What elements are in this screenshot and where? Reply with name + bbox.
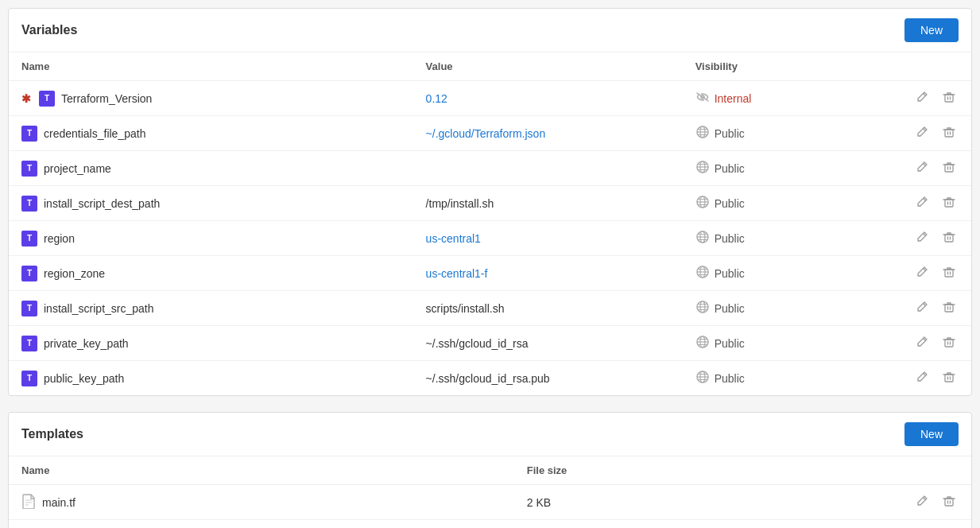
delete-button[interactable] bbox=[939, 194, 959, 212]
variable-visibility-cell: Public bbox=[683, 116, 875, 151]
variable-name: public_key_path bbox=[44, 372, 124, 385]
templates-table-header-row: Name File size bbox=[9, 456, 971, 485]
edit-button[interactable] bbox=[912, 334, 932, 352]
variable-name: region_zone bbox=[44, 267, 105, 280]
variable-name-cell: Tinstall_script_dest_path bbox=[9, 186, 413, 221]
variable-visibility-cell: Public bbox=[683, 186, 875, 221]
terraform-icon: T bbox=[21, 231, 37, 247]
variable-name-cell: Tregion_zone bbox=[9, 256, 413, 291]
delete-button[interactable] bbox=[939, 264, 959, 282]
svg-rect-25 bbox=[945, 200, 953, 207]
edit-button[interactable] bbox=[912, 299, 932, 317]
delete-button[interactable] bbox=[939, 124, 959, 142]
edit-button[interactable] bbox=[912, 264, 932, 282]
edit-button[interactable] bbox=[912, 89, 932, 107]
variable-value-cell: 0.12 bbox=[413, 81, 683, 116]
edit-button[interactable] bbox=[912, 194, 932, 212]
svg-rect-49 bbox=[945, 305, 953, 312]
delete-button[interactable] bbox=[939, 334, 959, 352]
variable-value-cell: ~/.ssh/gcloud_id_rsa bbox=[413, 326, 683, 361]
svg-rect-57 bbox=[945, 340, 953, 347]
variables-header: Variables New bbox=[9, 9, 971, 52]
variable-actions-cell bbox=[875, 186, 971, 221]
visibility-label: Public bbox=[715, 337, 745, 350]
table-row: ✱TTerraform_Version0.12Internal bbox=[9, 81, 971, 116]
edit-button[interactable] bbox=[912, 493, 932, 511]
table-row: main.tf2 KB bbox=[9, 485, 971, 520]
visibility-label: Public bbox=[715, 162, 745, 175]
terraform-icon: T bbox=[21, 301, 37, 316]
variable-actions-cell bbox=[875, 291, 971, 326]
variables-title: Variables bbox=[21, 23, 77, 37]
table-row: Tinstall_script_dest_path/tmp/install.sh… bbox=[9, 186, 971, 221]
variables-col-value: Value bbox=[413, 52, 683, 81]
variable-actions-cell bbox=[875, 326, 971, 361]
variable-name: Terraform_Version bbox=[61, 92, 152, 105]
template-actions-cell bbox=[851, 485, 971, 520]
variable-name-cell: Tpublic_key_path bbox=[9, 361, 413, 396]
terraform-icon: T bbox=[21, 371, 37, 386]
globe-icon bbox=[695, 300, 710, 316]
edit-button[interactable] bbox=[912, 124, 932, 142]
variables-col-visibility: Visibility bbox=[683, 52, 875, 81]
svg-rect-71 bbox=[945, 499, 953, 506]
variable-name-cell: Tregion bbox=[9, 221, 413, 256]
edit-button[interactable] bbox=[912, 159, 932, 177]
terraform-icon: T bbox=[21, 266, 37, 281]
variable-name-cell: Tprivate_key_path bbox=[9, 326, 413, 361]
templates-new-button[interactable]: New bbox=[904, 422, 959, 446]
table-row: Tcredentials_file_path~/.gcloud/Terrafor… bbox=[9, 116, 971, 151]
variables-new-button[interactable]: New bbox=[904, 18, 959, 42]
file-icon bbox=[21, 493, 36, 511]
visibility-label: Public bbox=[715, 197, 745, 210]
variable-actions-cell bbox=[875, 151, 971, 186]
variable-visibility-cell: Public bbox=[683, 291, 875, 326]
variables-section: Variables New Name Value Visibility ✱TTe… bbox=[8, 8, 972, 396]
variable-visibility-cell: Public bbox=[683, 151, 875, 186]
delete-button[interactable] bbox=[939, 369, 959, 387]
svg-rect-17 bbox=[945, 165, 953, 172]
variable-name-cell: ✱TTerraform_Version bbox=[9, 81, 413, 116]
variable-name: region bbox=[44, 232, 75, 245]
svg-rect-33 bbox=[945, 235, 953, 242]
table-row: Tinstall_script_src_pathscripts/install.… bbox=[9, 291, 971, 326]
variable-value-cell: ~/.gcloud/Terraform.json bbox=[413, 116, 683, 151]
variables-col-actions bbox=[875, 52, 971, 81]
visibility-label: Public bbox=[715, 127, 745, 140]
templates-title: Templates bbox=[21, 427, 83, 441]
table-row: Tprivate_key_path~/.ssh/gcloud_id_rsaPub… bbox=[9, 326, 971, 361]
variable-visibility-cell: Public bbox=[683, 221, 875, 256]
template-filesize-cell: 2 KB bbox=[514, 485, 851, 520]
terraform-icon: T bbox=[21, 336, 37, 351]
delete-button[interactable] bbox=[939, 159, 959, 177]
delete-button[interactable] bbox=[939, 89, 959, 107]
variable-visibility-cell: Public bbox=[683, 361, 875, 396]
edit-button[interactable] bbox=[912, 369, 932, 387]
star-icon: ✱ bbox=[21, 92, 31, 105]
globe-icon bbox=[695, 230, 710, 247]
variable-visibility-cell: Public bbox=[683, 326, 875, 361]
variables-table: Name Value Visibility ✱TTerraform_Versio… bbox=[9, 52, 971, 395]
template-name: main.tf bbox=[42, 496, 76, 509]
template-name-cell: output.tf bbox=[9, 520, 514, 529]
variable-actions-cell bbox=[875, 81, 971, 116]
globe-icon bbox=[695, 335, 710, 351]
delete-button[interactable] bbox=[939, 299, 959, 317]
variable-value: scripts/install.sh bbox=[426, 302, 505, 315]
templates-header: Templates New bbox=[9, 413, 971, 456]
globe-icon bbox=[695, 265, 710, 281]
variable-value: ~/.gcloud/Terraform.json bbox=[426, 127, 546, 140]
visibility-label: Public bbox=[715, 302, 745, 315]
visibility-label: Public bbox=[715, 267, 745, 280]
visibility-label: Public bbox=[715, 232, 745, 245]
delete-button[interactable] bbox=[939, 229, 959, 247]
delete-button[interactable] bbox=[939, 493, 959, 511]
templates-col-filesize: File size bbox=[514, 456, 851, 485]
edit-button[interactable] bbox=[912, 229, 932, 247]
svg-rect-9 bbox=[945, 130, 953, 137]
variable-value-cell: us-central1-f bbox=[413, 256, 683, 291]
variable-value-cell: scripts/install.sh bbox=[413, 291, 683, 326]
variable-value-cell: ~/.ssh/gcloud_id_rsa.pub bbox=[413, 361, 683, 396]
variable-name-cell: Tinstall_script_src_path bbox=[9, 291, 413, 326]
variable-visibility-cell: Public bbox=[683, 256, 875, 291]
